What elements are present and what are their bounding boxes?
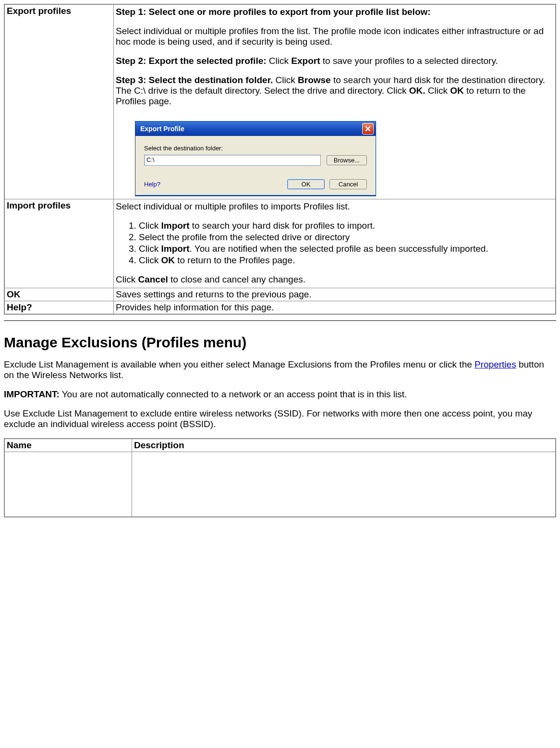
- dialog-title: Export Profile: [140, 125, 184, 133]
- row-import-desc: Select individual or multiple profiles t…: [114, 199, 556, 288]
- row-export-label: Export profiles: [4, 4, 114, 199]
- section-divider: [4, 320, 556, 321]
- important-label: IMPORTANT:: [4, 389, 60, 399]
- row-export-desc: Step 1: Select one or more profiles to e…: [114, 4, 556, 199]
- list-item: Click OK to return to the Profiles page.: [139, 255, 553, 266]
- import-steps-list: Click Import to search your hard disk fo…: [116, 221, 553, 266]
- dialog-titlebar: Export Profile: [135, 122, 376, 136]
- export-step3-ok2: OK: [450, 86, 464, 96]
- export-step2-label: Step 2: Export the selected profile:: [116, 56, 269, 66]
- row-help-desc: Provides help information for this page.: [114, 301, 556, 315]
- destination-folder-input[interactable]: C:\: [144, 155, 321, 166]
- list-item: Click Import. You are notified when the …: [139, 244, 553, 254]
- excl-col-desc: Description: [132, 439, 556, 452]
- row-ok-desc: Saves settings and returns to the previo…: [114, 288, 556, 301]
- export-step3-click1: Click: [276, 75, 298, 85]
- section-p2: IMPORTANT: You are not automatically con…: [4, 389, 556, 400]
- export-step3-ok1: OK.: [409, 86, 426, 96]
- browse-button[interactable]: Browse...: [327, 155, 367, 165]
- excl-cell: [132, 452, 556, 517]
- cancel-button[interactable]: Cancel: [329, 179, 367, 189]
- export-step2-rest: to save your profiles to a selected dire…: [320, 56, 498, 66]
- excl-col-name: Name: [4, 439, 132, 452]
- export-step1-body: Select individual or multiple profiles f…: [116, 26, 544, 47]
- properties-link[interactable]: Properties: [475, 359, 516, 369]
- export-profile-dialog: Export Profile Select the destination fo…: [135, 121, 376, 196]
- section-p1: Exclude List Management is available whe…: [4, 359, 556, 380]
- section-p3: Use Exclude List Management to exclude e…: [4, 408, 556, 429]
- export-step3-browse: Browse: [298, 75, 331, 85]
- row-ok-label: OK: [4, 288, 114, 301]
- ok-button[interactable]: OK: [287, 179, 325, 189]
- excl-cell: [4, 452, 132, 517]
- profiles-table: Export profiles Step 1: Select one or mo…: [4, 4, 556, 315]
- list-item: Click Import to search your hard disk fo…: [139, 221, 553, 231]
- close-icon[interactable]: [362, 123, 374, 135]
- export-step1-label: Step 1: Select one or more profiles to e…: [116, 7, 431, 17]
- export-step2-export: Export: [291, 56, 320, 66]
- dialog-help-link[interactable]: Help?: [144, 181, 160, 188]
- dialog-select-label: Select the destination folder:: [144, 145, 367, 152]
- row-help-label: Help?: [4, 301, 114, 315]
- import-intro: Select individual or multiple profiles t…: [116, 201, 553, 212]
- export-step3-click2: Click: [426, 86, 450, 96]
- exclusions-table: Name Description: [4, 438, 556, 517]
- section-heading: Manage Exclusions (Profiles menu): [4, 334, 556, 351]
- export-step3-label: Step 3: Select the destination folder.: [116, 75, 276, 85]
- row-import-label: Import profiles: [4, 199, 114, 288]
- export-step2-click: Click: [269, 56, 291, 66]
- list-item: Select the profile from the selected dri…: [139, 232, 553, 243]
